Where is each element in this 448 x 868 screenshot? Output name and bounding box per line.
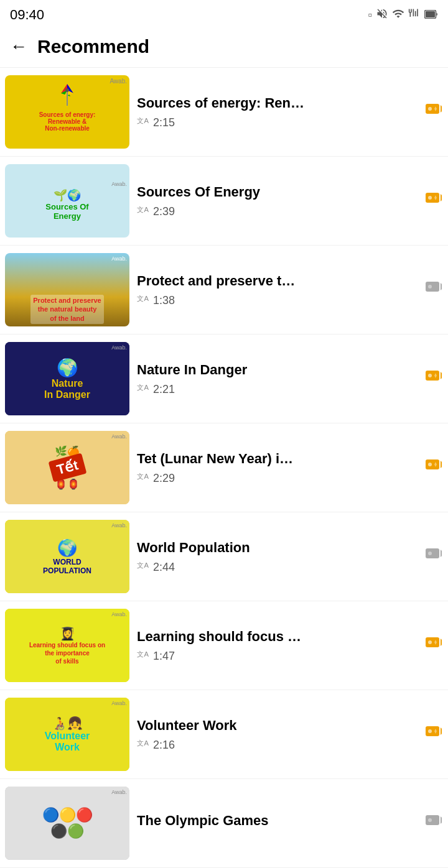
item-title: Protect and preserve t… bbox=[137, 273, 424, 289]
svg-rect-42 bbox=[426, 726, 439, 736]
item-duration: 2:16 bbox=[153, 739, 175, 752]
translate-icon: 文A bbox=[137, 383, 149, 395]
svg-point-30 bbox=[428, 463, 432, 466]
item-info: The Olympic Games bbox=[137, 813, 424, 834]
item-duration: 2:21 bbox=[153, 383, 175, 396]
list-item[interactable]: Awab. 🧑‍🦽👧 Volunteer Work Volunteer Work… bbox=[0, 690, 448, 779]
item-meta: 文A 2:21 bbox=[137, 383, 424, 396]
wifi-icon bbox=[392, 7, 404, 23]
translate-icon: 文A bbox=[137, 116, 149, 129]
badge-grey bbox=[424, 813, 443, 833]
list-item[interactable]: Awab. 🌱🌍 Sources Of Energy Sources Of En… bbox=[0, 157, 448, 246]
thumbnail: Awab. 🔵🟡🔴 ⚫🟢 bbox=[5, 787, 129, 860]
svg-text:文A: 文A bbox=[137, 384, 149, 391]
header: ← Recommend bbox=[0, 30, 448, 68]
badge-gold bbox=[424, 635, 443, 655]
item-info: Tet (Lunar New Year) i… 文A 2:29 bbox=[137, 451, 424, 485]
back-button[interactable]: ← bbox=[10, 37, 27, 57]
list-item[interactable]: Awab. 🌍 WORLD POPULATION World Populatio… bbox=[0, 512, 448, 601]
badge-gold bbox=[424, 191, 443, 210]
item-duration: 2:39 bbox=[153, 205, 175, 218]
svg-point-11 bbox=[428, 107, 432, 111]
item-duration: 1:47 bbox=[153, 650, 175, 663]
item-title: Volunteer Work bbox=[137, 718, 424, 734]
item-badge bbox=[424, 369, 443, 389]
item-badge bbox=[424, 724, 443, 744]
item-badge bbox=[424, 280, 443, 300]
item-badge bbox=[424, 102, 443, 122]
thumbnail: Awab. 🌿🍊 Tết 🏮🏮 bbox=[5, 431, 129, 504]
badge-grey bbox=[424, 280, 443, 299]
svg-rect-46 bbox=[426, 815, 439, 825]
item-title: Sources of energy: Ren… bbox=[137, 95, 424, 111]
svg-point-21 bbox=[428, 285, 432, 289]
svg-point-16 bbox=[428, 196, 432, 200]
svg-text:文A: 文A bbox=[137, 561, 149, 569]
badge-gold bbox=[424, 102, 443, 121]
item-title: World Population bbox=[137, 540, 424, 556]
thumbnail: Awab. Protect and preservethe natural be… bbox=[5, 253, 129, 326]
item-meta: 文A 2:39 bbox=[137, 205, 424, 218]
list-item[interactable]: Awab. 🔵🟡🔴 ⚫🟢 The Olympic Games bbox=[0, 779, 448, 868]
svg-marker-38 bbox=[441, 639, 442, 646]
svg-rect-19 bbox=[426, 282, 439, 292]
item-meta: 文A 1:38 bbox=[137, 294, 424, 307]
status-icons: ▫ bbox=[368, 7, 438, 23]
svg-point-48 bbox=[428, 818, 432, 822]
thumbnail: Awab. 🌍 Nature In Danger bbox=[5, 342, 129, 415]
svg-marker-43 bbox=[441, 727, 442, 735]
svg-text:文A: 文A bbox=[137, 739, 149, 747]
item-badge bbox=[424, 191, 443, 211]
svg-text:文A: 文A bbox=[137, 206, 149, 213]
item-duration: 2:15 bbox=[153, 116, 175, 129]
item-info: World Population 文A 2:44 bbox=[137, 540, 424, 574]
sim-icon: ▫ bbox=[368, 9, 372, 22]
svg-rect-28 bbox=[426, 459, 439, 469]
recommendation-list: Awab. Sources of energy: Renewable & Non… bbox=[0, 68, 448, 868]
item-info: Sources of energy: Ren… 文A 2:15 bbox=[137, 95, 424, 129]
thumbnail: Awab. Sources of energy: Renewable & Non… bbox=[5, 75, 129, 149]
signal-icon bbox=[408, 7, 421, 23]
list-item[interactable]: Awab. Protect and preservethe natural be… bbox=[0, 246, 448, 335]
status-time: 09:40 bbox=[10, 7, 44, 23]
svg-marker-34 bbox=[441, 550, 442, 557]
translate-icon: 文A bbox=[137, 650, 149, 662]
list-item[interactable]: Awab. 👩‍🎓 Learning should focus onthe im… bbox=[0, 601, 448, 690]
item-meta: 文A 2:44 bbox=[137, 561, 424, 574]
item-badge bbox=[424, 635, 443, 655]
item-badge bbox=[424, 547, 443, 566]
svg-point-6 bbox=[65, 88, 69, 92]
status-bar: 09:40 ▫ bbox=[0, 0, 448, 30]
list-item[interactable]: Awab. 🌍 Nature In Danger Nature In Dange… bbox=[0, 335, 448, 423]
svg-point-25 bbox=[428, 374, 432, 377]
list-item[interactable]: Awab. 🌿🍊 Tết 🏮🏮 Tet (Lunar New Year) i… … bbox=[0, 423, 448, 512]
item-title: The Olympic Games bbox=[137, 813, 424, 829]
svg-marker-15 bbox=[441, 194, 442, 201]
svg-marker-47 bbox=[441, 816, 442, 824]
item-duration: 2:29 bbox=[153, 472, 175, 485]
item-meta: 文A 2:15 bbox=[137, 116, 424, 129]
badge-gold bbox=[424, 724, 443, 744]
item-info: Nature In Danger 文A 2:21 bbox=[137, 362, 424, 396]
svg-text:文A: 文A bbox=[137, 650, 149, 658]
item-info: Protect and preserve t… 文A 1:38 bbox=[137, 273, 424, 307]
item-duration: 1:38 bbox=[153, 294, 175, 307]
item-title: Sources Of Energy bbox=[137, 184, 424, 200]
mute-icon bbox=[376, 7, 388, 23]
svg-rect-33 bbox=[426, 548, 439, 558]
badge-gold bbox=[424, 369, 443, 388]
list-item[interactable]: Awab. Sources of energy: Renewable & Non… bbox=[0, 68, 448, 157]
badge-gold bbox=[424, 458, 443, 477]
page-title: Recommend bbox=[37, 36, 149, 57]
svg-text:文A: 文A bbox=[137, 473, 149, 480]
svg-marker-24 bbox=[441, 372, 442, 379]
svg-point-44 bbox=[428, 729, 432, 733]
svg-rect-14 bbox=[426, 193, 439, 203]
item-duration: 2:44 bbox=[153, 561, 175, 574]
svg-rect-9 bbox=[426, 104, 439, 114]
thumbnail: Awab. 🧑‍🦽👧 Volunteer Work bbox=[5, 698, 129, 771]
translate-icon: 文A bbox=[137, 472, 149, 484]
svg-rect-1 bbox=[426, 11, 435, 17]
translate-icon: 文A bbox=[137, 294, 149, 307]
item-meta: 文A 1:47 bbox=[137, 650, 424, 663]
